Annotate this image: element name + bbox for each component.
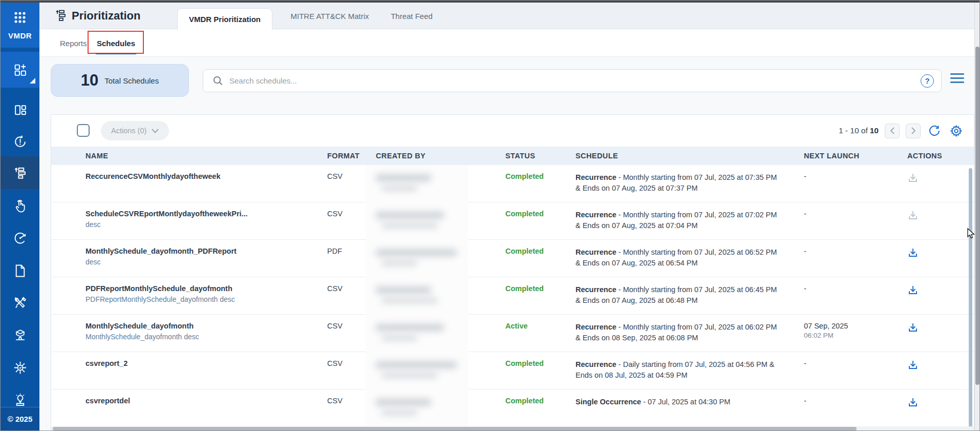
history-alert-icon — [13, 135, 27, 149]
sidebar-item-tools[interactable] — [1, 287, 39, 319]
schedule-cell: Recurrence - Daily starting from 07 Jul,… — [576, 352, 804, 389]
actions-button[interactable]: Actions (0) — [101, 121, 169, 140]
download-icon[interactable] — [907, 252, 919, 260]
sidebar-item-document[interactable] — [1, 255, 39, 286]
column-header-actions[interactable]: ACTIONS — [897, 152, 953, 160]
tab-threat-feed[interactable]: Threat Feed — [384, 3, 440, 29]
sidebar-item-asset-network[interactable] — [1, 319, 39, 351]
column-header-next-launch[interactable]: NEXT LAUNCH — [804, 152, 897, 160]
subtab-schedules[interactable]: Schedules — [91, 29, 141, 57]
tab-vmdr-prioritization[interactable]: VMDR Prioritization — [177, 8, 272, 30]
table-row[interactable]: csvreport_2 CSV Completed Recurrence - D… — [51, 352, 974, 389]
download-icon[interactable] — [907, 364, 919, 372]
table-row[interactable]: MonthlySchedule_dayofmonth MonthlySchedu… — [51, 315, 974, 352]
schedules-table-card: Actions (0) 1 - 10 of10 — [51, 114, 974, 431]
schedule-name-cell[interactable]: csvreportdel — [51, 389, 327, 426]
status-cell: Active — [505, 315, 576, 352]
schedule-name-cell[interactable]: csvreport_2 — [51, 352, 327, 389]
window-top-edge — [1, 1, 979, 3]
download-icon[interactable] — [907, 326, 919, 335]
document-icon — [13, 264, 27, 278]
download-icon[interactable] — [907, 214, 919, 222]
schedule-name-cell[interactable]: ScheduleCSVREportMontlydayoftheweekPri..… — [51, 202, 327, 239]
copyright-label: © 2025 — [1, 407, 39, 430]
download-icon[interactable] — [907, 289, 919, 297]
download-icon[interactable] — [907, 177, 919, 185]
subtab-bar: Reports Schedules — [39, 29, 974, 57]
sidebar-item-history-alert[interactable] — [1, 126, 39, 157]
schedule-cell: Recurrence - Monthly starting from 07 Ju… — [576, 315, 804, 352]
column-header-schedule[interactable]: SCHEDULE — [576, 151, 804, 161]
content-area: 10 Total Schedules ? Actions (0) — [39, 57, 974, 430]
column-header-format[interactable]: FORMAT — [327, 152, 376, 160]
tools-icon — [13, 296, 27, 310]
page-title: Prioritization — [72, 9, 140, 23]
menu-icon[interactable] — [950, 73, 964, 86]
window-scrollbar-track — [974, 3, 979, 430]
table-horizontal-scrollbar[interactable] — [53, 427, 857, 430]
status-badge: Completed — [505, 247, 544, 255]
response-hand-icon — [13, 199, 27, 213]
status-cell: Completed — [505, 240, 576, 277]
actions-cell — [897, 202, 953, 239]
table-vertical-scrollbar[interactable] — [969, 168, 972, 431]
total-schedules-card[interactable]: 10 Total Schedules — [51, 64, 189, 97]
schedule-description: MonthlySchedule_dayofmonth desc — [86, 333, 327, 341]
next-page-button[interactable] — [906, 124, 921, 138]
status-badge: Completed — [505, 210, 544, 218]
status-badge: Completed — [505, 172, 544, 180]
schedule-name-cell[interactable]: MonthlySchedule_dayofmonth MonthlySchedu… — [51, 315, 327, 352]
sidebar-item-dashboards[interactable] — [1, 94, 39, 126]
download-icon[interactable] — [907, 401, 919, 409]
schedule-name: csvreportdel — [86, 397, 327, 405]
sidebar-item-gauge[interactable] — [1, 222, 39, 254]
column-header-name[interactable]: NAME — [51, 152, 327, 160]
column-header-created-by[interactable]: CREATED BY — [376, 152, 505, 160]
search-input[interactable] — [229, 76, 921, 85]
subtab-reports[interactable]: Reports — [60, 29, 87, 57]
next-launch-cell: - — [804, 165, 897, 202]
schedule-cell: Recurrence - Monthly starting from 07 Ju… — [576, 240, 804, 277]
vmdr-logo-label: VMDR — [1, 31, 39, 40]
sidebar-item-response-hand[interactable] — [1, 190, 39, 222]
actions-cell — [897, 240, 953, 277]
table-header-row: NAMEFORMATCREATED BYSTATUSSCHEDULENEXT L… — [51, 147, 974, 165]
table-row[interactable]: PDFReportMonthlySchedule_dayofmonth PDFR… — [51, 277, 974, 315]
apps-grid-icon[interactable] — [12, 10, 28, 25]
column-header-status[interactable]: STATUS — [505, 152, 576, 160]
sidebar-item-modules-add[interactable] — [1, 52, 39, 88]
help-icon[interactable]: ? — [921, 74, 934, 88]
total-schedules-count: 10 — [81, 71, 98, 90]
table-row[interactable]: ScheduleCSVREportMontlydayoftheweekPri..… — [51, 202, 974, 240]
table-controls: Actions (0) 1 - 10 of10 — [51, 115, 974, 147]
select-all-checkbox[interactable] — [77, 124, 90, 137]
search-bar[interactable]: ? — [203, 69, 942, 92]
actions-button-label: Actions (0) — [111, 127, 146, 135]
sidebar-item-threat-hub[interactable] — [1, 352, 39, 383]
next-launch-cell: - — [804, 389, 897, 426]
settings-gear-icon[interactable] — [948, 123, 964, 138]
created-by-blurred-column — [366, 165, 468, 428]
prev-page-button[interactable] — [885, 124, 900, 138]
threat-hub-icon — [13, 361, 27, 375]
schedule-name: MonthlySchedule_dayofmonth_PDFReport — [86, 247, 327, 255]
app-switcher[interactable]: VMDR — [1, 3, 39, 48]
schedule-description: desc — [86, 220, 327, 229]
schedule-name-cell[interactable]: MonthlySchedule_dayofmonth_PDFReport des… — [51, 240, 327, 277]
schedule-name-cell[interactable]: PDFReportMonthlySchedule_dayofmonth PDFR… — [51, 277, 327, 314]
dashboards-icon — [13, 103, 27, 117]
total-schedules-label: Total Schedules — [104, 76, 159, 85]
refresh-icon[interactable] — [927, 123, 942, 138]
table-row[interactable]: csvreportdel CSV Completed Single Occurr… — [51, 389, 974, 427]
idea-icon — [13, 393, 27, 407]
window-scrollbar[interactable] — [975, 47, 979, 385]
sidebar: VMDR © 2025 — [1, 3, 39, 430]
tab-mitre-attck-matrix[interactable]: MITRE ATT&CK Matrix — [281, 3, 378, 29]
actions-cell — [897, 165, 953, 202]
subtab-schedules-label: Schedules — [97, 39, 135, 48]
sidebar-item-prioritization[interactable] — [1, 156, 39, 189]
table-row[interactable]: ReccurenceCSVMonthlydayoftheweek CSV Com… — [51, 165, 974, 202]
schedule-name-cell[interactable]: ReccurenceCSVMonthlydayoftheweek — [51, 165, 327, 202]
schedule-description: PDFReportMonthlySchedule_dayofmonth desc — [86, 295, 327, 303]
table-row[interactable]: MonthlySchedule_dayofmonth_PDFReport des… — [51, 240, 974, 277]
